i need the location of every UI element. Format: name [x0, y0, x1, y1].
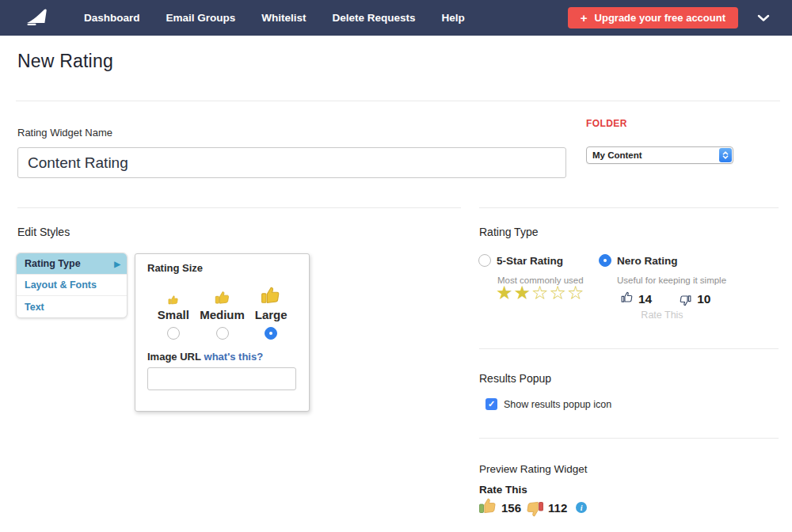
- size-radio-large[interactable]: [265, 327, 277, 340]
- nero-option: Nero Rating: [599, 254, 678, 267]
- menu-item-text[interactable]: Text: [17, 296, 127, 317]
- select-stepper-icon: [719, 148, 732, 162]
- nero-radio[interactable]: [599, 254, 611, 267]
- rating-size-panel: Rating Size Small: [135, 253, 310, 412]
- preview-down-count: 112: [548, 501, 567, 515]
- size-option-small: Small: [149, 279, 198, 340]
- nero-up-count: 14: [638, 292, 652, 306]
- menu-item-rating-type[interactable]: Rating Type ▶: [17, 253, 127, 275]
- thumb-down-emoji-icon[interactable]: [525, 496, 544, 519]
- size-label-medium: Medium: [200, 308, 245, 321]
- arrow-right-icon: ▶: [114, 260, 120, 268]
- divider: [17, 207, 461, 208]
- image-url-label: Image URL: [147, 351, 201, 363]
- menu-item-label: Layout & Fonts: [25, 279, 97, 291]
- show-results-label: Show results popup icon: [504, 399, 611, 410]
- thumb-up-outline-icon: [620, 291, 634, 307]
- menu-item-label: Rating Type: [25, 258, 81, 269]
- page: Dashboard Email Groups Whitelist Delete …: [0, 0, 792, 532]
- results-popup-row: ✓ Show results popup icon: [485, 398, 611, 410]
- nav-item-email-groups[interactable]: Email Groups: [166, 12, 236, 24]
- nav-item-whitelist[interactable]: Whitelist: [261, 12, 306, 24]
- five-star-label: 5-Star Rating: [497, 255, 563, 267]
- nero-label: Nero Rating: [617, 255, 678, 267]
- megaphone-logo-icon[interactable]: [24, 6, 52, 30]
- menu-item-layout-fonts[interactable]: Layout & Fonts: [17, 275, 127, 296]
- folder-select-value: My Content: [587, 150, 719, 160]
- plus-icon: +: [581, 11, 588, 25]
- show-results-checkbox[interactable]: ✓: [485, 398, 497, 410]
- image-url-input[interactable]: [147, 367, 296, 390]
- folder-select[interactable]: My Content: [586, 146, 733, 164]
- five-star-option: 5-Star Rating: [478, 254, 563, 267]
- nero-rating-preview: 14 10: [620, 291, 711, 307]
- info-icon[interactable]: i: [576, 502, 587, 513]
- edit-styles-heading: Edit Styles: [17, 226, 70, 238]
- rating-widget-name-label: Rating Widget Name: [17, 127, 112, 139]
- nav-item-delete-requests[interactable]: Delete Requests: [333, 12, 416, 24]
- account-chevron-down-icon[interactable]: [757, 14, 770, 21]
- rating-size-options: Small Medium: [147, 279, 297, 340]
- whats-this-link[interactable]: what's this?: [204, 351, 264, 363]
- preview-up-count: 156: [501, 501, 521, 515]
- preview-rating-widget: 156 112 i: [478, 496, 587, 519]
- nero-description: Useful for keeping it simple: [617, 276, 726, 285]
- thumb-up-medium-icon: [215, 279, 230, 306]
- thumb-down-outline-icon: [679, 291, 692, 307]
- five-star-radio[interactable]: [478, 254, 491, 267]
- size-label-small: Small: [158, 308, 189, 321]
- divider: [479, 207, 779, 208]
- upgrade-button-label: Upgrade your free account: [595, 12, 725, 24]
- size-option-large: Large: [246, 279, 295, 340]
- nav-item-help[interactable]: Help: [442, 12, 465, 24]
- nero-down-count: 10: [697, 292, 710, 306]
- thumb-up-large-icon: [261, 279, 281, 306]
- rating-size-heading: Rating Size: [147, 262, 297, 274]
- upgrade-account-button[interactable]: + Upgrade your free account: [568, 7, 738, 28]
- preview-rate-this-label: Rate This: [479, 484, 527, 496]
- nero-rate-this-label: Rate This: [618, 310, 706, 321]
- size-radio-small[interactable]: [167, 327, 180, 340]
- thumb-up-emoji-icon[interactable]: [478, 496, 497, 519]
- size-label-large: Large: [255, 308, 287, 321]
- divider: [479, 438, 779, 439]
- size-option-medium: Medium: [198, 279, 247, 340]
- divider: [16, 101, 780, 101]
- rating-type-heading: Rating Type: [479, 226, 538, 238]
- nav-item-dashboard[interactable]: Dashboard: [84, 12, 140, 24]
- star-rating-preview: ★★☆☆☆: [496, 283, 585, 302]
- page-title: New Rating: [17, 51, 113, 72]
- divider: [479, 348, 779, 349]
- rating-widget-name-input[interactable]: [17, 147, 566, 178]
- folder-label: FOLDER: [586, 118, 627, 129]
- nav-menu: Dashboard Email Groups Whitelist Delete …: [84, 12, 465, 24]
- preview-widget-heading: Preview Rating Widget: [479, 463, 588, 475]
- size-radio-medium[interactable]: [216, 327, 229, 340]
- results-popup-heading: Results Popup: [479, 372, 551, 385]
- thumb-up-small-icon: [168, 279, 179, 306]
- image-url-row: Image URL what's this?: [147, 351, 297, 363]
- top-nav: Dashboard Email Groups Whitelist Delete …: [0, 0, 792, 36]
- menu-item-label: Text: [25, 302, 44, 313]
- edit-styles-menu: Rating Type ▶ Layout & Fonts Text: [16, 253, 128, 318]
